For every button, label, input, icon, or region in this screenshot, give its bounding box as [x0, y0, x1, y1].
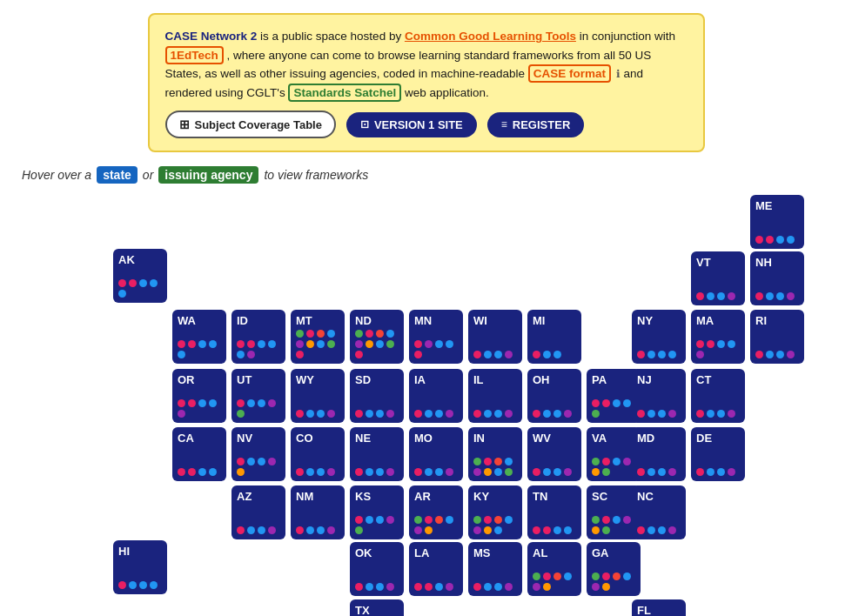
dot — [696, 340, 704, 348]
state-tile-ne[interactable]: NE — [350, 427, 404, 481]
state-tile-al[interactable]: AL — [527, 542, 581, 596]
dot — [717, 468, 725, 476]
state-tile-id[interactable]: ID — [231, 310, 285, 364]
state-tile-ut[interactable]: UT — [231, 369, 285, 423]
dot — [613, 516, 621, 524]
dot — [178, 468, 185, 476]
state-tile-ok[interactable]: OK — [350, 542, 404, 596]
state-tile-nh[interactable]: NH — [750, 251, 804, 305]
dot — [543, 351, 551, 358]
state-tile-ar[interactable]: AR — [409, 485, 463, 539]
state-tile-hi[interactable]: HI — [113, 540, 167, 594]
dots-row-nd — [355, 330, 399, 360]
hover-text-or: or — [143, 168, 153, 182]
dot — [446, 516, 453, 524]
dot — [658, 410, 666, 418]
state-tile-ak[interactable]: AK — [113, 249, 167, 303]
state-tile-ga[interactable]: GA — [587, 542, 641, 596]
state-tile-wv[interactable]: WV — [527, 427, 581, 481]
state-tile-ia[interactable]: IA — [409, 369, 463, 423]
state-tile-mn[interactable]: MN — [409, 310, 463, 364]
state-tile-wy[interactable]: WY — [291, 369, 345, 423]
dot — [505, 351, 513, 358]
dots-row-ut — [237, 399, 280, 419]
dot — [258, 458, 265, 465]
state-tile-ny[interactable]: NY — [632, 310, 686, 364]
dot — [237, 458, 245, 465]
state-tile-ks[interactable]: KS — [350, 485, 404, 539]
dot — [355, 583, 363, 591]
state-tile-la[interactable]: LA — [409, 542, 463, 596]
state-tile-me[interactable]: ME — [750, 195, 804, 249]
dot — [306, 410, 314, 418]
state-tile-az[interactable]: AZ — [231, 485, 285, 539]
state-tile-oh[interactable]: OH — [527, 369, 581, 423]
state-tile-mo[interactable]: MO — [409, 427, 463, 481]
dot — [623, 572, 631, 580]
dot — [473, 516, 481, 524]
state-tile-mi[interactable]: MI — [527, 310, 581, 364]
state-tile-nj[interactable]: NJ — [632, 369, 686, 423]
state-tile-vt[interactable]: VT — [691, 251, 745, 305]
dot — [376, 583, 384, 591]
dot — [327, 526, 335, 534]
register-button[interactable]: ≡ REGISTER — [487, 112, 584, 137]
dot — [543, 583, 551, 591]
dot — [306, 526, 314, 534]
state-tile-nd[interactable]: ND — [350, 310, 404, 364]
subject-coverage-button[interactable]: ⊞ Subject Coverage Table — [165, 110, 336, 138]
state-tile-ri[interactable]: RI — [750, 310, 804, 364]
dot — [188, 399, 196, 407]
state-tile-ms[interactable]: MS — [468, 542, 522, 596]
dot — [198, 340, 206, 348]
state-tile-ct[interactable]: CT — [691, 369, 745, 423]
dot — [247, 399, 255, 407]
state-tile-tn[interactable]: TN — [527, 485, 581, 539]
state-tile-wa[interactable]: WA — [172, 310, 226, 364]
dot — [592, 410, 600, 418]
dots-row-ri — [755, 351, 795, 360]
dot — [188, 468, 196, 476]
dot — [268, 340, 276, 348]
state-abbr-mi: MI — [533, 314, 545, 328]
dot — [425, 583, 433, 591]
state-abbr-wv: WV — [533, 432, 551, 445]
state-abbr-in: IN — [473, 432, 485, 445]
dot — [484, 583, 492, 591]
state-tile-fl[interactable]: FL — [632, 599, 686, 616]
state-tile-co[interactable]: CO — [291, 427, 345, 481]
state-tile-sd[interactable]: SD — [350, 369, 404, 423]
state-tile-in[interactable]: IN — [468, 427, 522, 481]
dot — [414, 516, 422, 524]
dot — [776, 236, 784, 244]
dots-row-ak — [118, 279, 162, 299]
dot — [602, 526, 610, 534]
state-tile-il[interactable]: IL — [468, 369, 522, 423]
state-tile-de[interactable]: DE — [691, 427, 745, 481]
version-button[interactable]: ⊡ VERSION 1 SITE — [346, 112, 477, 137]
state-tile-nv[interactable]: NV — [231, 427, 285, 481]
dots-row-wa — [178, 340, 221, 360]
case-format-link[interactable]: CASE format — [528, 64, 611, 83]
state-tile-mt[interactable]: MT — [291, 310, 345, 364]
dots-row-vt — [696, 292, 735, 302]
state-tile-ca[interactable]: CA — [172, 427, 226, 481]
version-icon: ⊡ — [360, 118, 369, 131]
cglt-link[interactable]: Common Good Learning Tools — [405, 30, 576, 43]
state-tile-nm[interactable]: NM — [291, 485, 345, 539]
dot — [237, 340, 245, 348]
dot — [473, 526, 481, 534]
state-tile-ma[interactable]: MA — [691, 310, 745, 364]
satchel-link[interactable]: Standards Satchel — [288, 84, 401, 102]
state-abbr-ut: UT — [237, 373, 252, 387]
1edtech-link[interactable]: 1EdTech — [165, 46, 224, 64]
state-tile-md[interactable]: MD — [632, 427, 686, 481]
state-tile-ky[interactable]: KY — [468, 485, 522, 539]
state-tile-nc[interactable]: NC — [632, 485, 686, 539]
dots-row-az — [237, 526, 276, 536]
state-tile-tx[interactable]: TX — [350, 599, 404, 616]
state-tile-or[interactable]: OR — [172, 369, 226, 423]
state-tile-wi[interactable]: WI — [468, 310, 522, 364]
dot — [355, 410, 363, 418]
dot — [484, 468, 492, 476]
